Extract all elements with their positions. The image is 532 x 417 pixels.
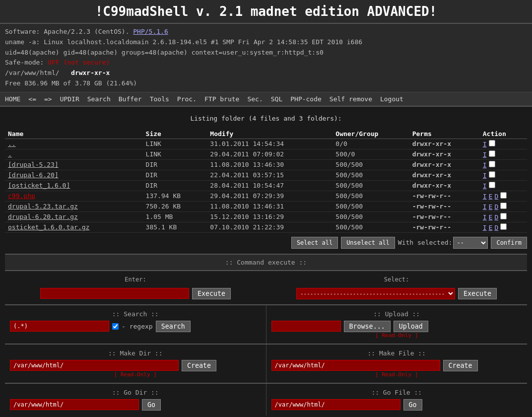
title-text: !C99madShell v. 2.1 madnet edition ADVAN… <box>95 4 437 19</box>
action-link-i[interactable]: I <box>483 203 487 210</box>
regexp-checkbox[interactable] <box>112 323 119 330</box>
file-modify-cell: 22.04.2011 03:57:15 <box>207 170 332 180</box>
nav-phpcode[interactable]: PHP-code <box>290 95 322 103</box>
action-link-d[interactable]: D <box>494 193 498 200</box>
select-execute-button[interactable]: Execute <box>458 288 497 299</box>
with-selected-dropdown[interactable]: -- Copy Move Delete Chmod <box>453 237 488 249</box>
php-version-link[interactable]: PHP/5.1.6 <box>133 28 168 35</box>
enter-row: Execute <box>40 288 231 299</box>
nav-buffer[interactable]: Buffer <box>119 95 142 103</box>
nav-next[interactable]: => <box>44 95 52 103</box>
file-perms-cell: drwxr-xr-x <box>409 149 480 159</box>
file-checkbox[interactable] <box>500 223 507 230</box>
go-file-button[interactable]: Go <box>403 399 422 411</box>
nav-proc[interactable]: Proc. <box>177 95 197 103</box>
action-link-i[interactable]: I <box>483 151 487 158</box>
file-name-link[interactable]: .. <box>8 140 16 147</box>
nav-sql[interactable]: SQL <box>271 95 282 103</box>
file-name-link[interactable]: c99.php <box>8 192 35 200</box>
file-checkbox[interactable] <box>500 192 507 199</box>
app-title: !C99madShell v. 2.1 madnet edition ADVAN… <box>0 0 532 24</box>
search-input[interactable] <box>10 321 109 332</box>
action-link-i[interactable]: I <box>483 182 487 190</box>
execute-button[interactable]: Execute <box>192 288 231 299</box>
file-checkbox[interactable] <box>489 150 495 157</box>
action-link-i[interactable]: I <box>483 224 487 231</box>
file-name-link[interactable]: drupal-5.23.tar.gz <box>8 203 78 210</box>
col-modify: Modify <box>207 129 332 139</box>
action-link-i[interactable]: I <box>483 193 487 200</box>
nav-updir[interactable]: UPDIR <box>60 95 79 103</box>
action-link-e[interactable]: E <box>489 203 493 210</box>
file-action-cell: I <box>480 159 527 170</box>
file-action-cell: I <box>480 139 527 149</box>
file-checkbox[interactable] <box>500 213 507 219</box>
make-dir-input[interactable] <box>10 360 179 371</box>
action-link-i[interactable]: I <box>483 172 487 179</box>
go-dir-input[interactable] <box>10 399 139 410</box>
action-link-i[interactable]: I <box>483 140 487 148</box>
file-modify-cell: 29.04.2011 07:09:02 <box>207 149 332 159</box>
action-link-e[interactable]: E <box>489 193 493 200</box>
file-name-link[interactable]: drupal-6.20.tar.gz <box>8 213 78 220</box>
nav-selfremove[interactable]: Self remove <box>330 95 372 103</box>
action-link-i[interactable]: I <box>483 161 487 169</box>
file-name-link[interactable]: [drupal-6.20] <box>8 171 59 179</box>
nav-prev[interactable]: <= <box>28 95 36 103</box>
action-link-i[interactable]: I <box>483 213 487 221</box>
search-button[interactable]: Search <box>156 321 191 332</box>
go-dir-file-row: :: Go Dir :: Go :: Go File :: Go <box>5 383 527 416</box>
file-perms-cell: -rw-rw-r-- <box>409 222 480 232</box>
file-checkbox[interactable] <box>489 171 495 178</box>
confirm-button[interactable]: Confirm <box>491 237 527 249</box>
action-link-d[interactable]: D <box>494 213 498 221</box>
nav-logout[interactable]: Logout <box>380 95 403 103</box>
nav-search[interactable]: Search <box>87 95 111 103</box>
action-link-e[interactable]: E <box>489 224 493 231</box>
action-link-d[interactable]: D <box>494 203 498 210</box>
file-size-cell: 750.26 KB <box>143 201 207 211</box>
go-file-section: :: Go File :: Go <box>266 384 528 416</box>
upload-path-input[interactable] <box>271 321 341 332</box>
upload-button[interactable]: Upload <box>394 321 428 332</box>
action-link-d[interactable]: D <box>494 224 498 231</box>
table-row: [drupal-5.23]DIR11.08.2010 13:46:30500/5… <box>5 159 527 170</box>
file-name-link[interactable]: osticket_1.6.0.tar.gz <box>8 223 89 231</box>
action-link-e[interactable]: E <box>489 213 493 221</box>
software-text: Software: Apache/2.2.3 (CentOS). <box>5 28 129 35</box>
file-checkbox[interactable] <box>489 161 495 167</box>
file-action-cell: IED <box>480 222 527 232</box>
nav-tools[interactable]: Tools <box>150 95 169 103</box>
make-file-create-button[interactable]: Create <box>443 360 478 371</box>
file-checkbox[interactable] <box>489 140 495 146</box>
select-all-button[interactable]: Select all <box>291 237 338 249</box>
search-section: :: Search :: - regexp Search <box>5 305 266 344</box>
file-name-cell: . <box>5 149 143 159</box>
search-upload-row: :: Search :: - regexp Search :: Upload :… <box>5 304 527 344</box>
file-size-cell: 1.05 MB <box>143 211 207 222</box>
file-perms-cell: drwxr-xr-x <box>409 159 480 170</box>
file-name-link[interactable]: . <box>8 150 12 158</box>
make-dir-create-button[interactable]: Create <box>182 360 216 371</box>
file-owner-cell: 500/500 <box>332 191 409 201</box>
file-owner-cell: 500/500 <box>332 201 409 211</box>
go-dir-button[interactable]: Go <box>142 399 161 411</box>
command-input[interactable] <box>40 288 189 299</box>
nav-ftp[interactable]: FTP brute <box>204 95 239 103</box>
safemode-line: Safe-mode: OFF (not secure) <box>5 58 527 68</box>
browse-button[interactable]: Browse... <box>344 321 391 332</box>
col-size: Size <box>143 129 207 139</box>
col-perms: Perms <box>409 129 480 139</box>
file-checkbox[interactable] <box>489 182 495 188</box>
unselect-all-button[interactable]: Unselect all <box>341 237 395 249</box>
go-file-input[interactable] <box>271 399 400 410</box>
command-select-dropdown[interactable]: ----------------------------------------… <box>296 288 455 299</box>
file-checkbox[interactable] <box>500 203 507 209</box>
nav-sec[interactable]: Sec. <box>247 95 263 103</box>
file-perms-cell: drwxr-xr-x <box>409 170 480 180</box>
file-name-link[interactable]: [drupal-5.23] <box>8 161 59 168</box>
file-name-link[interactable]: [osticket_1.6.0] <box>8 182 70 189</box>
make-file-input[interactable] <box>271 360 440 371</box>
file-name-cell: drupal-6.20.tar.gz <box>5 211 143 222</box>
nav-home[interactable]: HOME <box>5 95 20 103</box>
